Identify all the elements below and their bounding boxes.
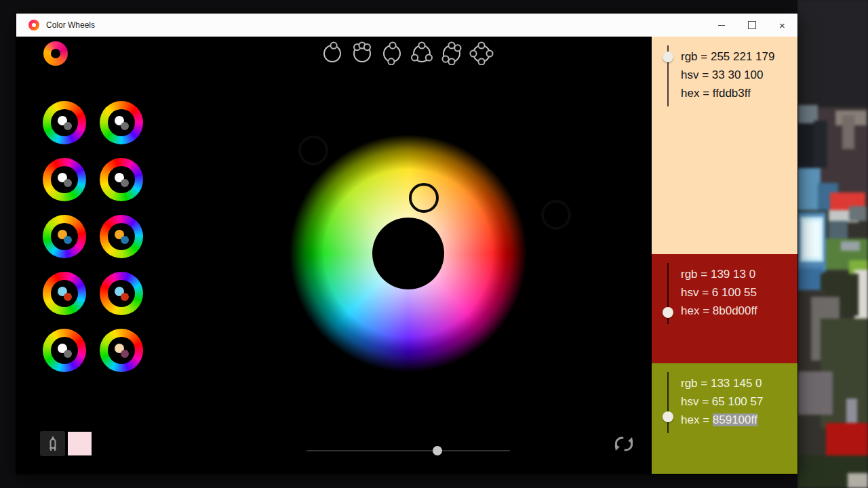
eyedropper-button[interactable] <box>40 431 65 456</box>
wallpaper-shape <box>842 115 854 149</box>
color-wheels-window: Color Wheels × <box>16 14 797 474</box>
thumbnail-dot <box>121 350 129 358</box>
hex-value: hex = 859100ff <box>681 411 763 429</box>
color-selector-ring[interactable] <box>298 136 328 165</box>
hex-value: hex = 8b0d00ff <box>681 302 757 320</box>
maximize-button[interactable] <box>736 14 767 37</box>
swatch-peach[interactable]: rgb = 255 221 179 hsv = 33 30 100 hex = … <box>652 37 797 254</box>
scheme-complementary-icon[interactable] <box>380 41 404 65</box>
app-icon <box>28 20 39 30</box>
minimize-button[interactable] <box>706 14 736 37</box>
close-icon: × <box>779 20 785 30</box>
maximize-icon <box>748 21 756 29</box>
thumbnail-dot <box>64 122 72 130</box>
brightness-slider-handle[interactable] <box>433 446 442 455</box>
wallpaper-shape <box>849 206 867 221</box>
thumbnail-dot <box>121 236 129 244</box>
thumbnail-dot <box>121 179 129 187</box>
color-selector-ring[interactable] <box>409 183 439 213</box>
thumbnail-dot <box>64 293 72 301</box>
wallpaper-shape <box>848 473 868 488</box>
wallpaper-shape <box>797 268 823 291</box>
wallpaper-shape <box>814 121 827 168</box>
preset-wheel-thumbnail[interactable] <box>43 329 86 372</box>
swatch-slider-handle[interactable] <box>663 307 673 318</box>
scheme-triadic-icon[interactable] <box>410 41 434 65</box>
preset-wheel-thumbnail[interactable] <box>43 215 86 258</box>
thumbnail-dot <box>64 350 72 358</box>
hsv-value: hsv = 33 30 100 <box>681 66 774 84</box>
preset-wheel-thumbnail[interactable] <box>43 101 86 144</box>
minimize-icon <box>718 25 725 26</box>
preset-wheel-thumbnail[interactable] <box>43 272 86 315</box>
swatch-values: rgb = 139 13 0 hsv = 6 100 55 hex = 8b0d… <box>681 265 757 320</box>
hsv-value: hsv = 6 100 55 <box>681 283 757 302</box>
picked-color-swatch[interactable] <box>68 432 92 455</box>
brightness-slider-track[interactable] <box>307 450 510 451</box>
main-content: rgb = 255 221 179 hsv = 33 30 100 hex = … <box>16 37 797 474</box>
thumbnail-dot <box>64 236 72 244</box>
hex-value: hex = ffddb3ff <box>681 84 774 102</box>
wallpaper-shape <box>803 221 821 258</box>
thumbnail-dot <box>64 179 72 187</box>
rgb-value: rgb = 133 145 0 <box>681 374 763 392</box>
scheme-monochromatic-icon[interactable] <box>320 41 344 65</box>
window-controls: × <box>706 14 797 37</box>
rgb-value: rgb = 139 13 0 <box>681 265 757 283</box>
swatch-slider-handle[interactable] <box>663 411 673 422</box>
hsv-value: hsv = 65 100 57 <box>681 392 763 411</box>
wheel-center-disc <box>372 218 444 289</box>
color-selector-ring[interactable] <box>541 200 571 230</box>
thumbnail-dot <box>121 122 129 130</box>
preset-wheel-thumbnail[interactable] <box>43 158 86 201</box>
preset-wheel-thumbnail[interactable] <box>100 101 143 144</box>
swatch-olive[interactable]: rgb = 133 145 0 hsv = 65 100 57 hex = 85… <box>652 363 797 474</box>
swatch-slider-track[interactable] <box>667 372 669 433</box>
preset-wheel-thumbnail[interactable] <box>100 215 143 258</box>
preset-wheel-thumbnail[interactable] <box>100 272 143 315</box>
wallpaper-shape <box>797 0 868 110</box>
close-button[interactable]: × <box>767 14 797 37</box>
scheme-square-icon[interactable] <box>469 41 494 65</box>
wallpaper-shape <box>841 241 860 251</box>
scheme-analogous-icon[interactable] <box>350 41 374 65</box>
scheme-selector-row <box>320 41 494 65</box>
scheme-tetradic-icon[interactable] <box>439 41 464 65</box>
swatch-slider-handle[interactable] <box>663 52 673 62</box>
refresh-icon <box>612 434 635 454</box>
thumbnail-dot <box>121 293 129 301</box>
wallpaper-shape <box>826 423 868 458</box>
reset-button[interactable] <box>611 432 637 456</box>
desktop-wallpaper <box>797 0 868 488</box>
rgb-value: rgb = 255 221 179 <box>681 47 774 66</box>
swatch-dark-red[interactable]: rgb = 139 13 0 hsv = 6 100 55 hex = 8b0d… <box>652 254 797 363</box>
window-title: Color Wheels <box>46 20 95 30</box>
preset-wheel-thumbnail[interactable] <box>100 158 143 201</box>
wallpaper-shape <box>797 168 821 210</box>
titlebar: Color Wheels × <box>16 14 797 37</box>
color-panel: rgb = 255 221 179 hsv = 33 30 100 hex = … <box>652 37 797 474</box>
preset-wheel-thumbnail[interactable] <box>100 329 143 372</box>
swatch-values: rgb = 133 145 0 hsv = 65 100 57 hex = 85… <box>681 374 763 429</box>
color-wheel-logo-icon <box>43 41 68 66</box>
swatch-values: rgb = 255 221 179 hsv = 33 30 100 hex = … <box>681 47 774 102</box>
eyedropper-icon <box>46 435 60 453</box>
wallpaper-art <box>797 0 868 488</box>
wallpaper-shape <box>797 371 833 415</box>
